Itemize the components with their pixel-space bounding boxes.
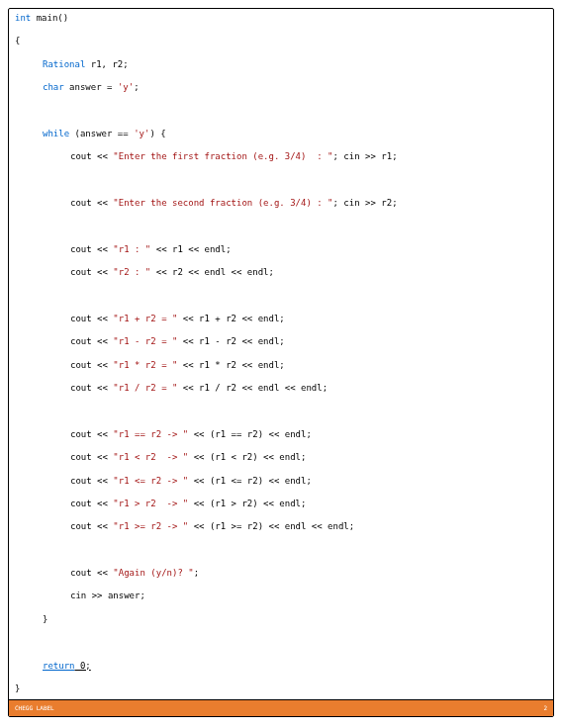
kw: Rational xyxy=(43,59,85,69)
t: ; cin >> r2; xyxy=(333,198,398,208)
t: cout << xyxy=(70,521,113,531)
s: "r1 >= r2 -> " xyxy=(113,521,188,531)
s: "r1 + r2 = " xyxy=(113,314,177,323)
kw: while xyxy=(43,129,69,138)
t: cout << xyxy=(70,429,113,439)
s: "r1 < r2 -> " xyxy=(113,452,188,462)
t: ; cin >> r1; xyxy=(333,151,398,161)
t: answer = xyxy=(64,82,118,92)
t: ; xyxy=(134,82,139,92)
t: } xyxy=(15,683,547,695)
t: cout << xyxy=(70,244,113,254)
t: << (r1 == r2) << endl; xyxy=(188,429,312,439)
ch: 'y' xyxy=(134,129,149,138)
code-panel: int main() { Rational r1, r2; char answe… xyxy=(8,8,554,717)
s: "Again (y/n)? " xyxy=(113,568,193,578)
t: << r1 / r2 << endl << endl; xyxy=(177,383,328,393)
t: cout << xyxy=(70,499,113,508)
t: main() xyxy=(31,13,68,23)
t: cout << xyxy=(70,314,113,323)
t: ; xyxy=(194,568,199,578)
ch: 'y' xyxy=(118,82,134,92)
code-block: int main() { Rational r1, r2; char answe… xyxy=(15,13,547,695)
panel-footer: CHEGG LABEL 2 xyxy=(9,699,553,716)
spacer xyxy=(8,717,554,728)
t: r1, r2; xyxy=(85,59,128,69)
s: "r1 / r2 = " xyxy=(113,383,177,393)
s: "r1 > r2 -> " xyxy=(113,499,188,508)
footer-label: CHEGG LABEL xyxy=(15,704,54,712)
t: << r1 + r2 << endl; xyxy=(177,314,284,323)
t: cout << xyxy=(70,336,113,346)
t: cout << xyxy=(70,568,113,578)
t: cout << xyxy=(70,383,113,393)
s: "r1 <= r2 -> " xyxy=(113,476,188,486)
s: "r1 == r2 -> " xyxy=(113,429,188,439)
t: << r1 - r2 << endl; xyxy=(177,336,284,346)
t: (answer == xyxy=(69,129,134,138)
t: << (r1 >= r2) << endl << endl; xyxy=(188,521,354,531)
t: cout << xyxy=(70,452,113,462)
t: 0; xyxy=(75,661,91,671)
s: "Enter the second fraction (e.g. 3/4) : … xyxy=(113,198,332,208)
t: cout << xyxy=(70,151,113,161)
kw: return xyxy=(43,661,75,671)
t: { xyxy=(15,36,547,47)
t: << r2 << endl << endl; xyxy=(150,267,274,277)
kw: char xyxy=(43,82,64,92)
code-body: int main() { Rational r1, r2; char answe… xyxy=(9,9,553,699)
t: cin >> answer; xyxy=(70,591,145,600)
s: "r1 : " xyxy=(113,244,150,254)
t: cout << xyxy=(70,198,113,208)
s: "r1 - r2 = " xyxy=(113,336,177,346)
kw: int xyxy=(15,13,31,23)
t: ) { xyxy=(149,129,165,138)
t: << (r1 > r2) << endl; xyxy=(188,499,306,508)
s: "Enter the first fraction (e.g. 3/4) : " xyxy=(113,151,332,161)
t: cout << xyxy=(70,360,113,370)
t: cout << xyxy=(70,267,113,277)
t: << r1 * r2 << endl; xyxy=(177,360,284,370)
t: } xyxy=(43,614,47,624)
s: "r2 : " xyxy=(113,267,150,277)
page-number: 2 xyxy=(543,704,547,712)
t: << r1 << endl; xyxy=(150,244,231,254)
t: << (r1 <= r2) << endl; xyxy=(188,476,312,486)
s: "r1 * r2 = " xyxy=(113,360,177,370)
t: << (r1 < r2) << endl; xyxy=(188,452,306,462)
t: cout << xyxy=(70,476,113,486)
